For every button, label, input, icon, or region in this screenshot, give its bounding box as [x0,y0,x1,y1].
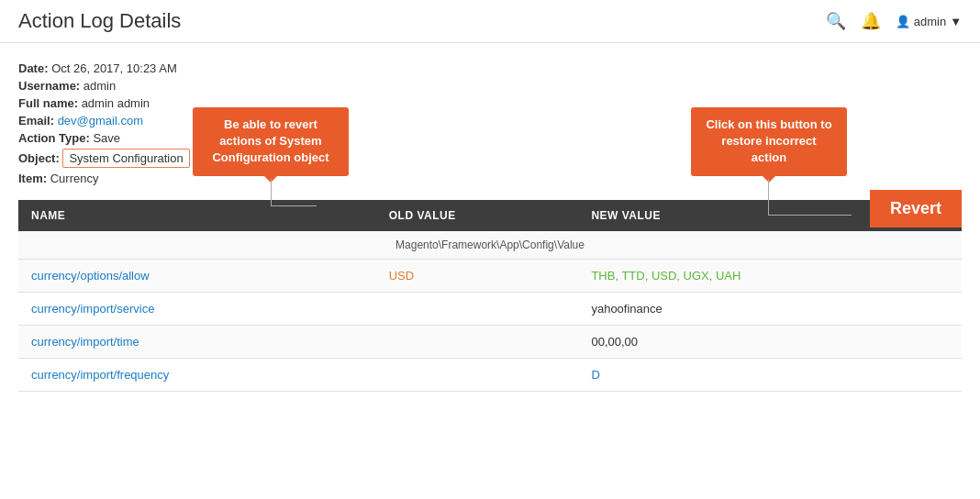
item-value: Currency [50,172,99,185]
date-label: Date: [18,61,49,75]
admin-user-menu[interactable]: 👤 admin ▼ [896,15,962,28]
username-row: Username: admin [18,79,962,93]
date-row: Date: Oct 26, 2017, 10:23 AM [18,61,962,75]
cell-new-value: THB, TTD, USD, UGX, UAH [578,260,962,293]
connector-line-left-h [271,205,317,206]
table-row: currency/import/frequencyD [18,359,962,392]
user-icon: 👤 [896,15,910,28]
table-group-row: Magento\Framework\App\Config\Value [18,231,962,260]
cell-name[interactable]: currency/import/frequency [18,359,376,392]
search-icon[interactable]: 🔍 [826,11,846,31]
cell-new-value: yahoofinance [578,293,962,326]
email-value: dev@gmail.com [58,114,143,128]
header: Action Log Details 🔍 🔔 👤 admin ▼ [0,0,980,43]
action-type-value: Save [93,131,120,145]
cell-old-value [376,293,579,326]
col-old-value: OLD VALUE [376,200,579,231]
cell-new-value: D [578,359,962,392]
action-type-label: Action Type: [18,131,90,145]
connector-line-left [271,179,272,206]
tooltip-button-info: Click on this button to restore incorrec… [691,107,847,176]
header-actions: 🔍 🔔 👤 admin ▼ [826,11,962,31]
cell-name[interactable]: currency/options/allow [18,260,376,293]
date-value: Oct 26, 2017, 10:23 AM [51,61,177,75]
admin-label: admin [914,15,946,28]
object-value: System Configuration [62,149,189,168]
chevron-down-icon: ▼ [950,15,962,28]
connector-line-right [768,179,769,216]
object-label: Object: [18,151,60,165]
item-label: Item: [18,172,47,185]
col-name: NAME [18,200,376,231]
connector-line-right-h [768,215,852,216]
fullname-value: admin admin [82,96,150,110]
username-label: Username: [18,79,80,93]
table-header-row: NAME OLD VALUE NEW VALUE [18,200,962,231]
main-content: Be able to revert actions of System Conf… [0,43,980,410]
cell-name[interactable]: currency/import/time [18,326,376,359]
cell-old-value [376,359,579,392]
fullname-label: Full name: [18,96,78,110]
cell-new-value: 00,00,00 [578,326,962,359]
username-value: admin [84,79,116,93]
bell-icon[interactable]: 🔔 [861,11,881,31]
email-label: Email: [18,114,54,128]
page-title: Action Log Details [18,9,181,33]
table-row: currency/options/allowUSDTHB, TTD, USD, … [18,260,962,293]
tooltip-revert-info: Be able to revert actions of System Conf… [193,107,349,176]
cell-name[interactable]: currency/import/service [18,293,376,326]
revert-button[interactable]: Revert [870,190,962,227]
cell-old-value: USD [376,260,579,293]
table-row: currency/import/time00,00,00 [18,326,962,359]
action-log-table: NAME OLD VALUE NEW VALUE Magento\Framewo… [18,200,962,392]
cell-old-value [376,326,579,359]
table-row: currency/import/serviceyahoofinance [18,293,962,326]
